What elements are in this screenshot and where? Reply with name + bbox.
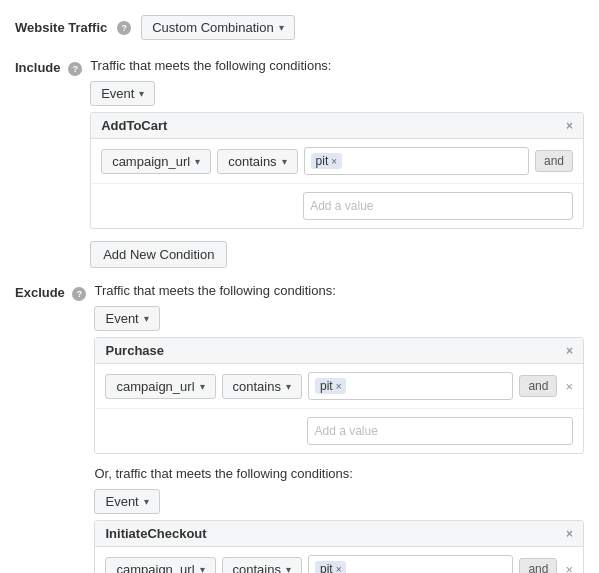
include-field-dropdown[interactable]: campaign_url ▾ [101,149,211,174]
exclude-field-1-label: campaign_url [116,379,194,394]
exclude-info-icon[interactable]: ? [72,287,86,301]
exclude-operator-2-dropdown[interactable]: contains ▾ [222,557,302,574]
exclude-tag-2-value: pit [320,562,333,573]
include-operator-dropdown[interactable]: contains ▾ [217,149,297,174]
include-traffic-text: Traffic that meets the following conditi… [90,58,584,73]
include-content: Traffic that meets the following conditi… [90,58,584,268]
include-section: Include ? Traffic that meets the followi… [15,58,584,268]
include-add-condition-button[interactable]: Add New Condition [90,241,227,268]
exclude-field-2-dropdown[interactable]: campaign_url ▾ [105,557,215,574]
exclude-field-1-dropdown[interactable]: campaign_url ▾ [105,374,215,399]
exclude-condition-2-row: campaign_url ▾ contains ▾ pit × and [95,547,583,573]
exclude-operator-1-caret: ▾ [286,381,291,392]
include-info-icon[interactable]: ? [68,62,82,76]
exclude-and-badge-2: and [519,558,557,573]
exclude-add-value-placeholder-1: Add a value [314,424,377,438]
exclude-condition-box-1-header: Purchase × [95,338,583,364]
exclude-condition-1-close-icon[interactable]: × [566,344,573,358]
include-field-caret: ▾ [195,156,200,167]
exclude-tag-2: pit × [315,561,347,573]
exclude-tag-input-area-1[interactable]: pit × [308,372,513,400]
include-tag-close-icon[interactable]: × [331,156,337,167]
include-tag-input-area[interactable]: pit × [304,147,529,175]
exclude-traffic-text: Traffic that meets the following conditi… [94,283,584,298]
exclude-and-badge-1: and [519,375,557,397]
exclude-event-caret: ▾ [144,313,149,324]
exclude-operator-1-dropdown[interactable]: contains ▾ [222,374,302,399]
include-field-label: campaign_url [112,154,190,169]
exclude-field-1-caret: ▾ [200,381,205,392]
exclude-field-2-caret: ▾ [200,564,205,574]
combo-caret: ▾ [279,22,284,33]
exclude-field-2-label: campaign_url [116,562,194,574]
exclude-tag-input-area-2[interactable]: pit × [308,555,513,573]
exclude-add-value-row-1: Add a value [95,409,583,453]
exclude-condition-2-title: InitiateCheckout [105,526,206,541]
include-operator-caret: ▾ [282,156,287,167]
exclude-row-1-delete-icon[interactable]: × [565,379,573,394]
include-add-value-placeholder: Add a value [310,199,373,213]
exclude-section: Exclude ? Traffic that meets the followi… [15,283,584,573]
exclude-condition-1-row: campaign_url ▾ contains ▾ pit × and [95,364,583,409]
combo-label: Custom Combination [152,20,273,35]
exclude-tag-1-close-icon[interactable]: × [336,381,342,392]
exclude-operator-2-caret: ▾ [286,564,291,574]
exclude-event-dropdown[interactable]: Event ▾ [94,306,159,331]
exclude-event-dropdown-row-2: Event ▾ [94,489,584,514]
exclude-event-label-2: Event [105,494,138,509]
exclude-event-dropdown-2[interactable]: Event ▾ [94,489,159,514]
include-condition-box: AddToCart × campaign_url ▾ contains ▾ pi… [90,112,584,229]
exclude-event-dropdown-row: Event ▾ [94,306,584,331]
include-label: Include [15,60,61,75]
exclude-label: Exclude [15,285,65,300]
custom-combination-dropdown[interactable]: Custom Combination ▾ [141,15,294,40]
exclude-event-caret-2: ▾ [144,496,149,507]
website-traffic-label: Website Traffic [15,20,107,35]
include-add-value-row: Add a value [91,184,583,228]
include-condition-row: campaign_url ▾ contains ▾ pit × and [91,139,583,184]
include-condition-close-icon[interactable]: × [566,119,573,133]
exclude-row-2-delete-icon[interactable]: × [565,562,573,574]
exclude-tag-1: pit × [315,378,347,394]
include-add-condition-label: Add New Condition [103,247,214,262]
exclude-operator-1-label: contains [233,379,281,394]
include-add-value-area[interactable]: Add a value [303,192,573,220]
exclude-condition-box-1: Purchase × campaign_url ▾ contains ▾ pit [94,337,584,454]
header-row: Website Traffic ? Custom Combination ▾ [15,15,584,40]
include-and-badge: and [535,150,573,172]
exclude-tag-2-close-icon[interactable]: × [336,564,342,574]
include-tag-value: pit [316,154,329,168]
include-condition-title: AddToCart [101,118,167,133]
include-event-dropdown[interactable]: Event ▾ [90,81,155,106]
include-tag: pit × [311,153,343,169]
exclude-section-row: Exclude ? Traffic that meets the followi… [15,283,584,573]
website-traffic-info-icon[interactable]: ? [117,21,131,35]
include-condition-box-header: AddToCart × [91,113,583,139]
exclude-event-label: Event [105,311,138,326]
include-label-col: Include ? [15,58,82,76]
exclude-condition-box-2: InitiateCheckout × campaign_url ▾ contai… [94,520,584,573]
exclude-condition-box-2-header: InitiateCheckout × [95,521,583,547]
include-event-dropdown-row: Event ▾ [90,81,584,106]
exclude-add-value-area-1[interactable]: Add a value [307,417,573,445]
exclude-operator-2-label: contains [233,562,281,574]
or-traffic-text: Or, traffic that meets the following con… [94,466,584,481]
include-section-row: Include ? Traffic that meets the followi… [15,58,584,268]
exclude-condition-1-title: Purchase [105,343,164,358]
include-event-caret: ▾ [139,88,144,99]
include-operator-label: contains [228,154,276,169]
exclude-condition-2-close-icon[interactable]: × [566,527,573,541]
include-event-label: Event [101,86,134,101]
exclude-content: Traffic that meets the following conditi… [94,283,584,573]
exclude-label-col: Exclude ? [15,283,86,301]
exclude-tag-1-value: pit [320,379,333,393]
